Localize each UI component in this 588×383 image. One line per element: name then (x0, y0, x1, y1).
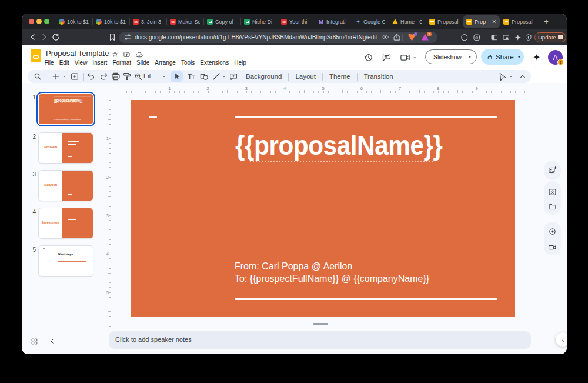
sparkle-icon[interactable] (514, 34, 523, 43)
laser-caret-icon[interactable] (509, 74, 513, 79)
reload-icon[interactable] (51, 32, 61, 42)
print-icon[interactable] (111, 72, 121, 81)
move-folder-icon[interactable] (123, 51, 131, 58)
back-icon[interactable] (28, 32, 38, 42)
text-box-icon[interactable] (186, 72, 196, 81)
new-slide-caret-icon[interactable] (62, 74, 66, 79)
undo-icon[interactable] (86, 72, 96, 81)
line-icon[interactable] (212, 72, 221, 81)
browser-tab-3[interactable]: sk3. Join 3 (129, 14, 166, 29)
templates-icon[interactable] (548, 188, 557, 197)
toolbar-transition-button[interactable]: Transition (358, 73, 400, 80)
share-caret-icon[interactable]: ▼ (514, 55, 524, 59)
menu-file[interactable]: File (42, 59, 56, 66)
browser-tab-7[interactable]: skYour thi (278, 14, 315, 29)
menu-slide[interactable]: Slide (134, 59, 152, 66)
close-window-button[interactable] (29, 19, 34, 24)
site-settings-icon[interactable] (123, 33, 132, 41)
zoom-select[interactable]: Fit (143, 72, 151, 79)
slide-title[interactable]: {{proposalName}} (54, 98, 83, 102)
browser-tab-8[interactable]: MIntegrati (315, 14, 352, 29)
menu-arrange[interactable]: Arrange (152, 59, 179, 66)
browser-tab-13[interactable]: Proposal (500, 14, 537, 29)
version-history-icon[interactable] (363, 52, 373, 62)
document-title[interactable]: Proposal Template (46, 49, 109, 58)
browser-tab-1[interactable]: 10k to $1 (55, 14, 92, 29)
cloud-status-icon[interactable] (135, 51, 143, 59)
line-caret-icon[interactable] (222, 74, 226, 79)
zoom-caret-icon[interactable] (162, 74, 166, 79)
zoom-icon[interactable] (133, 72, 143, 81)
browser-tab-5[interactable]: Copy of (203, 14, 240, 29)
zoom-window-button[interactable] (44, 19, 49, 24)
menu-format[interactable]: Format (110, 59, 134, 66)
new-slide-plus-icon[interactable] (51, 72, 61, 81)
new-slide-icon[interactable] (70, 72, 79, 81)
insert-comment-icon[interactable] (229, 72, 238, 81)
folder-icon[interactable] (548, 202, 557, 211)
menu-extensions[interactable]: Extensions (198, 59, 232, 66)
toolbar-background-button[interactable]: Background (239, 73, 288, 80)
notes-resize-handle[interactable] (313, 323, 328, 325)
slides-logo[interactable] (31, 49, 41, 62)
slide-thumbnail-3[interactable]: Solution (38, 170, 93, 201)
collapse-side-panel-icon[interactable] (556, 332, 567, 347)
browser-tab-6[interactable]: Niche Di (240, 14, 278, 29)
paint-format-icon[interactable] (122, 72, 132, 81)
tab-title: Integrati (326, 19, 348, 25)
comments-icon[interactable] (382, 52, 392, 62)
browser-tab-10[interactable]: Home - C (389, 14, 426, 29)
tab-title: Copy of (215, 19, 237, 25)
sidebar-toggle-icon[interactable] (490, 34, 500, 43)
tab-close-icon[interactable]: ✕ (492, 19, 496, 25)
meet-caret-icon[interactable] (412, 55, 417, 61)
menu-edit[interactable]: Edit (56, 59, 72, 66)
laser-pointer-icon[interactable] (498, 72, 507, 81)
insert-image-icon[interactable] (548, 166, 557, 175)
star-icon[interactable] (111, 51, 119, 58)
update-browser-button[interactable]: Update (534, 32, 566, 42)
slide-subtitle[interactable]: From: Carl Poppa @ Aerilon To: {{prospec… (235, 261, 429, 285)
browser-tab-9[interactable]: ✦Google C (352, 14, 389, 29)
slide-thumbnail-2[interactable]: Problem (38, 132, 93, 164)
speaker-notes[interactable]: Click to add speaker notes (109, 331, 531, 349)
select-tool-button[interactable] (171, 71, 183, 82)
browser-tab-12[interactable]: Prop✕ (463, 15, 500, 28)
slide-title[interactable]: {{proposalName}} (235, 130, 442, 161)
menu-view[interactable]: View (72, 59, 90, 66)
video-camera-icon[interactable] (548, 243, 557, 252)
search-menus-icon[interactable] (33, 72, 42, 81)
grid-view-icon[interactable] (31, 338, 38, 345)
reader-mode-icon[interactable] (381, 33, 389, 41)
slide-thumbnail-4[interactable]: Investment (38, 208, 93, 239)
browser-tab-4[interactable]: skMaker Sc (166, 14, 203, 29)
forward-icon[interactable] (39, 32, 49, 42)
meet-camera-icon[interactable] (400, 52, 410, 63)
new-tab-button[interactable]: + (542, 17, 551, 26)
brave-shields-badge (414, 32, 417, 36)
picture-in-picture-icon[interactable] (502, 34, 512, 43)
menu-help[interactable]: Help (232, 59, 249, 66)
toolbar-layout-button[interactable]: Layout (289, 73, 322, 80)
share-page-icon[interactable] (393, 33, 401, 41)
gemini-icon[interactable]: ✦ (533, 52, 540, 63)
vpn-shield-icon[interactable] (524, 34, 534, 43)
reading-list-icon[interactable] (473, 34, 482, 43)
browser-tab-11[interactable]: Proposal (426, 14, 463, 29)
slideshow-caret-icon[interactable]: ▼ (463, 55, 476, 59)
slide-canvas[interactable]: {{proposalName}} From: Carl Poppa @ Aeri… (131, 100, 515, 317)
url-field[interactable]: docs.google.com/presentation/d/1gT-H8iVP… (119, 32, 437, 43)
slideshow-button[interactable]: Slideshow ▼ (425, 49, 477, 64)
share-button[interactable]: Share ▼ (481, 49, 524, 65)
record-icon[interactable] (548, 227, 557, 236)
slide-subtitle[interactable]: From: Carl Poppa @ Aerilon To: {{prospec… (54, 116, 81, 120)
slide-thumbnail-5[interactable]: Next steps (38, 245, 93, 277)
shape-icon[interactable] (199, 72, 209, 81)
collapse-toolbar-icon[interactable] (518, 72, 527, 81)
menu-tools[interactable]: Tools (178, 59, 197, 66)
minimize-window-button[interactable] (36, 19, 42, 24)
slide-thumbnail-1[interactable]: {{proposalName}} From: Carl Poppa @ Aeri… (36, 92, 95, 126)
toolbar-theme-button[interactable]: Theme (323, 73, 357, 80)
leo-ai-icon[interactable] (460, 34, 470, 43)
collapse-filmstrip-icon[interactable] (49, 338, 56, 345)
